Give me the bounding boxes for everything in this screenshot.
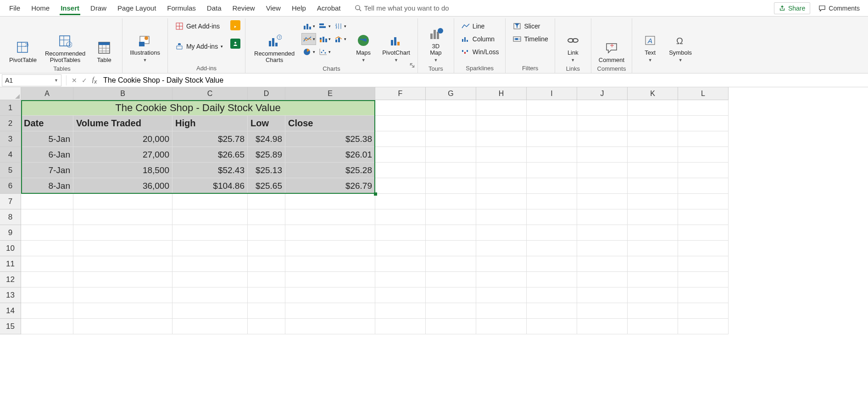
- col-header-H[interactable]: H: [476, 87, 527, 100]
- cell[interactable]: [577, 194, 628, 209]
- area-chart-icon[interactable]: ▾: [317, 33, 332, 45]
- cell[interactable]: [73, 303, 172, 319]
- cell[interactable]: [678, 287, 729, 303]
- pie-chart-icon[interactable]: ▾: [301, 46, 316, 58]
- cell[interactable]: $25.78: [172, 131, 248, 147]
- cell[interactable]: 6-Jan: [21, 147, 73, 163]
- cell[interactable]: [476, 319, 527, 334]
- cell[interactable]: [527, 287, 577, 303]
- cell[interactable]: [285, 225, 375, 241]
- col-header-B[interactable]: B: [73, 87, 172, 100]
- text-button[interactable]: A Text▼: [637, 20, 663, 64]
- cell[interactable]: [476, 194, 527, 209]
- cell[interactable]: [172, 256, 248, 272]
- cell[interactable]: [527, 116, 577, 131]
- charts-dialog-launcher-icon[interactable]: [409, 62, 416, 69]
- formula-input[interactable]: [100, 76, 868, 85]
- cell[interactable]: [375, 116, 426, 131]
- cell[interactable]: [628, 303, 678, 319]
- cell[interactable]: [172, 272, 248, 287]
- col-header-A[interactable]: A: [21, 87, 73, 100]
- bar-chart-icon[interactable]: ▾: [317, 20, 332, 32]
- cell[interactable]: [375, 209, 426, 225]
- cell[interactable]: [577, 241, 628, 256]
- tab-page-layout[interactable]: Page Layout: [112, 1, 161, 15]
- bing-maps-addin-icon[interactable]: [230, 20, 240, 30]
- cell[interactable]: $26.01: [285, 147, 375, 163]
- cell[interactable]: [476, 272, 527, 287]
- cell-title[interactable]: The Cookie Shop - Daily Stock Value: [21, 100, 375, 116]
- cell[interactable]: [678, 303, 729, 319]
- cell[interactable]: [577, 163, 628, 178]
- cell[interactable]: [426, 178, 476, 194]
- tab-home[interactable]: Home: [26, 1, 55, 15]
- link-button[interactable]: Link▼: [560, 20, 586, 64]
- cell[interactable]: [577, 100, 628, 116]
- cell[interactable]: [375, 272, 426, 287]
- col-header-K[interactable]: K: [628, 87, 678, 100]
- tab-review[interactable]: Review: [227, 1, 261, 15]
- col-header-F[interactable]: F: [375, 87, 426, 100]
- cell[interactable]: [527, 225, 577, 241]
- cell[interactable]: [426, 163, 476, 178]
- cell[interactable]: [248, 272, 285, 287]
- table-button[interactable]: Table: [91, 20, 117, 64]
- cell[interactable]: [248, 256, 285, 272]
- col-header-J[interactable]: J: [577, 87, 628, 100]
- cell[interactable]: [426, 116, 476, 131]
- tab-formulas[interactable]: Formulas: [161, 1, 201, 15]
- cell[interactable]: [476, 209, 527, 225]
- row-header[interactable]: 14: [0, 303, 21, 319]
- cell[interactable]: [628, 131, 678, 147]
- cell[interactable]: [628, 209, 678, 225]
- cell[interactable]: [527, 319, 577, 334]
- cell[interactable]: [678, 147, 729, 163]
- cell[interactable]: Low: [248, 116, 285, 131]
- column-headers[interactable]: A B C D E F G H I J K L: [21, 87, 868, 100]
- cell[interactable]: [248, 303, 285, 319]
- cell[interactable]: [628, 194, 678, 209]
- row-header[interactable]: 4: [0, 147, 21, 163]
- cell[interactable]: [527, 178, 577, 194]
- cell[interactable]: [73, 287, 172, 303]
- cell[interactable]: [285, 256, 375, 272]
- cell[interactable]: [375, 319, 426, 334]
- illustrations-button[interactable]: Illustrations ▼: [127, 20, 163, 64]
- cell[interactable]: [678, 194, 729, 209]
- cell[interactable]: [476, 100, 527, 116]
- cell[interactable]: [628, 272, 678, 287]
- cell[interactable]: [628, 163, 678, 178]
- row-header[interactable]: 15: [0, 319, 21, 334]
- cell[interactable]: [476, 116, 527, 131]
- cell[interactable]: [527, 209, 577, 225]
- cell[interactable]: [476, 131, 527, 147]
- my-addins-button[interactable]: My Add-ins ▾: [172, 40, 225, 52]
- cell[interactable]: [628, 225, 678, 241]
- cell[interactable]: [678, 319, 729, 334]
- cell[interactable]: [628, 256, 678, 272]
- cell[interactable]: $104.86: [172, 178, 248, 194]
- recommended-charts-button[interactable]: ? Recommended Charts: [250, 20, 299, 64]
- comment-button[interactable]: Comment: [596, 20, 627, 64]
- cell[interactable]: $26.65: [172, 147, 248, 163]
- cell[interactable]: [577, 209, 628, 225]
- cell[interactable]: [527, 241, 577, 256]
- row-header[interactable]: 8: [0, 209, 21, 225]
- cell[interactable]: [172, 303, 248, 319]
- col-header-D[interactable]: D: [248, 87, 285, 100]
- cell[interactable]: Close: [285, 116, 375, 131]
- cell[interactable]: [172, 241, 248, 256]
- cell[interactable]: [678, 225, 729, 241]
- cell[interactable]: [678, 131, 729, 147]
- cell[interactable]: [426, 241, 476, 256]
- cell[interactable]: [21, 194, 73, 209]
- cell[interactable]: [577, 272, 628, 287]
- cell[interactable]: [577, 303, 628, 319]
- cell[interactable]: [73, 319, 172, 334]
- fx-icon[interactable]: fx: [89, 76, 100, 85]
- cell[interactable]: [577, 147, 628, 163]
- cell[interactable]: [527, 147, 577, 163]
- cell[interactable]: [476, 163, 527, 178]
- dropdown-caret-icon[interactable]: ▼: [54, 78, 58, 83]
- tab-file[interactable]: File: [4, 1, 26, 15]
